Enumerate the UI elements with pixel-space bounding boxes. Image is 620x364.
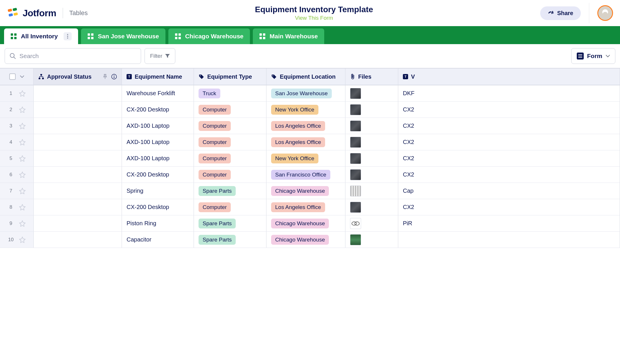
cell-files[interactable] [345,232,398,248]
cell-name[interactable]: CX-200 Desktop [122,102,194,118]
cell-approval[interactable] [34,118,122,134]
cell-approval[interactable] [34,134,122,150]
tab-menu-button[interactable] [64,32,72,40]
cell-files[interactable] [345,134,398,150]
file-thumbnail[interactable] [350,137,361,148]
cell-location[interactable]: Los Angeles Office [266,134,345,150]
col-header-type[interactable]: Equipment Type [194,69,266,85]
table-row[interactable]: 9Piston RingSpare PartsChicago Warehouse… [0,215,620,232]
cell-name[interactable]: AXD-100 Laptop [122,118,194,134]
cell-approval[interactable] [34,183,122,199]
cell-vendor[interactable]: CX2 [398,199,620,215]
cell-type[interactable]: Computer [194,134,266,150]
cell-vendor[interactable]: CX2 [398,118,620,134]
cell-vendor[interactable]: CX2 [398,167,620,183]
cell-location[interactable]: New York Office [266,102,345,118]
cell-name[interactable]: Capacitor [122,232,194,248]
table-row[interactable]: 8CX-200 DesktopComputerLos Angeles Offic… [0,199,620,215]
cell-approval[interactable] [34,85,122,101]
search-input[interactable] [19,53,136,60]
file-thumbnail[interactable] [350,218,361,229]
table-row[interactable]: 1Warehouse ForkliftTruckSan Jose Warehou… [0,85,620,102]
cell-location[interactable]: Chicago Warehouse [266,232,345,248]
cell-location[interactable]: Los Angeles Office [266,118,345,134]
cell-approval[interactable] [34,102,122,118]
file-thumbnail[interactable] [350,120,361,131]
cell-approval[interactable] [34,215,122,231]
cell-files[interactable] [345,167,398,183]
star-icon[interactable] [19,188,26,194]
cell-type[interactable]: Computer [194,167,266,183]
star-icon[interactable] [19,171,26,178]
cell-approval[interactable] [34,167,122,183]
star-icon[interactable] [19,90,26,97]
tab-san-jose-warehouse[interactable]: San Jose Warehouse [81,28,165,44]
brand[interactable]: Jotform [7,7,56,19]
col-header-files[interactable]: Files [345,69,398,85]
table-row[interactable]: 5AXD-100 LaptopComputerNew York OfficeCX… [0,150,620,167]
star-icon[interactable] [19,204,26,211]
file-thumbnail[interactable] [350,104,361,115]
search-field-wrap[interactable] [5,48,141,64]
cell-vendor[interactable]: CX2 [398,150,620,166]
cell-approval[interactable] [34,232,122,248]
col-header-location[interactable]: Equipment Location [266,69,345,85]
cell-type[interactable]: Computer [194,102,266,118]
product-name[interactable]: Tables [69,9,88,17]
col-header-approval[interactable]: Approval Status [34,69,122,85]
user-avatar[interactable] [597,5,613,21]
tab-chicago-warehouse[interactable]: Chicago Warehouse [168,28,250,44]
cell-location[interactable]: Chicago Warehouse [266,215,345,231]
tab-main-warehouse[interactable]: Main Warehouse [253,28,324,44]
file-thumbnail[interactable] [350,88,361,99]
file-thumbnail[interactable] [350,202,361,213]
cell-files[interactable] [345,183,398,199]
cell-location[interactable]: New York Office [266,150,345,166]
cell-location[interactable]: Los Angeles Office [266,199,345,215]
cell-name[interactable]: CX-200 Desktop [122,167,194,183]
cell-location[interactable]: San Jose Warehouse [266,85,345,101]
cell-location[interactable]: Chicago Warehouse [266,183,345,199]
cell-name[interactable]: AXD-100 Laptop [122,150,194,166]
share-button[interactable]: Share [540,6,581,20]
cell-name[interactable]: AXD-100 Laptop [122,134,194,150]
table-row[interactable]: 3AXD-100 LaptopComputerLos Angeles Offic… [0,118,620,134]
cell-vendor[interactable]: Cap [398,183,620,199]
cell-files[interactable] [345,85,398,101]
cell-files[interactable] [345,199,398,215]
cell-files[interactable] [345,118,398,134]
star-icon[interactable] [19,106,26,113]
cell-type[interactable]: Computer [194,150,266,166]
cell-vendor[interactable]: DKF [398,85,620,101]
file-thumbnail[interactable] [350,153,361,164]
file-thumbnail[interactable] [350,185,361,197]
file-thumbnail[interactable] [350,234,361,245]
cell-approval[interactable] [34,150,122,166]
cell-name[interactable]: Piston Ring [122,215,194,231]
cell-type[interactable]: Spare Parts [194,232,266,248]
star-icon[interactable] [19,236,26,243]
star-icon[interactable] [19,122,26,129]
cell-name[interactable]: Spring [122,183,194,199]
cell-files[interactable] [345,215,398,231]
form-view-button[interactable]: Form [571,48,616,64]
col-header-vendor[interactable]: T V [398,69,620,85]
file-thumbnail[interactable] [350,169,361,180]
cell-type[interactable]: Computer [194,118,266,134]
cell-files[interactable] [345,150,398,166]
select-all-checkbox[interactable] [9,73,16,80]
cell-approval[interactable] [34,199,122,215]
info-icon[interactable] [111,74,117,80]
cell-location[interactable]: San Francisco Office [266,167,345,183]
cell-vendor[interactable]: CX2 [398,102,620,118]
cell-type[interactable]: Spare Parts [194,183,266,199]
table-row[interactable]: 6CX-200 DesktopComputerSan Francisco Off… [0,167,620,183]
cell-files[interactable] [345,102,398,118]
cell-type[interactable]: Spare Parts [194,215,266,231]
pin-icon[interactable] [103,74,107,79]
cell-type[interactable]: Computer [194,199,266,215]
cell-vendor[interactable]: CX2 [398,134,620,150]
col-header-name[interactable]: T Equipment Name [122,69,194,85]
star-icon[interactable] [19,155,26,162]
cell-name[interactable]: Warehouse Forklift [122,85,194,101]
